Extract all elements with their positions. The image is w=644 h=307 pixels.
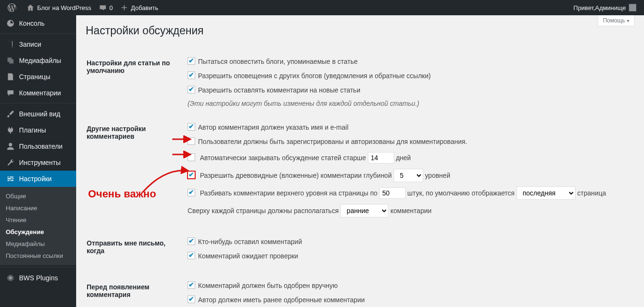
admin-sidebar: Консоль Записи Медиафайлы Страницы Комме… [0,15,76,307]
menu-label: Инструменты [19,159,60,166]
comment-icon [99,4,107,11]
input-per-page[interactable] [379,187,406,199]
menu-appearance[interactable]: Внешний вид [0,106,76,122]
default-note: (Эти настройки могут быть изменены для к… [188,100,629,107]
content-wrap: Помощь Настройки обсуждения Настройки дл… [76,15,644,307]
section-email-label: Отправить мне письмо, когда [87,230,182,273]
opt-threaded: Разрешить древовидные (вложенные) коммен… [188,169,629,182]
opt-email-new-comment[interactable]: Кто-нибудь оставил комментарий [188,237,629,247]
section-other-label: Другие настройки комментариев [87,115,182,229]
menu-dashboard[interactable]: Консоль [0,15,76,31]
checkbox-whitelist[interactable] [188,296,195,303]
avatar [629,4,636,11]
submenu-reading[interactable]: Чтение [0,214,76,226]
admin-bar: Блог на WordPress 0 Добавить Привет, Адм… [0,0,644,15]
menu-label: Записи [19,41,41,48]
plugin-icon [6,126,15,134]
svg-point-0 [9,143,12,146]
opt-require-name[interactable]: Автор комментария должен указать имя и e… [188,123,629,133]
comments-link[interactable]: 0 [95,0,117,15]
opt-ping-status[interactable]: Разрешить оповещения с других блогов (ув… [188,71,629,81]
checkbox-email-moderation[interactable] [188,252,195,259]
opt-approve-manual[interactable]: Комментарий должен быть одобрен вручную [188,281,629,291]
checkbox-pingback[interactable] [188,57,195,65]
menu-settings[interactable]: Настройки [0,171,76,187]
menu-media[interactable]: Медиафайлы [0,52,76,69]
submenu-discussion[interactable]: Обсуждение [0,226,76,238]
checkbox-paginate[interactable] [188,189,195,196]
select-thread-depth[interactable]: 5 [394,169,423,182]
checkbox-threaded[interactable] [188,171,195,179]
menu-comments[interactable]: Комментарии [0,85,76,101]
help-tab[interactable]: Помощь [598,15,634,26]
select-default-page[interactable]: последняя [516,186,575,200]
page-icon [6,72,15,81]
comments-icon [6,89,15,97]
pin-icon [6,40,15,49]
home-icon [27,4,34,11]
checkbox-ping-status[interactable] [188,72,195,79]
comments-count: 0 [109,4,113,11]
user-display-name: Админище [595,4,626,11]
add-new-label: Добавить [131,4,158,11]
input-close-days[interactable] [368,152,394,164]
opt-auto-close: Автоматически закрывать обсуждение стате… [188,151,629,164]
checkbox-auto-close[interactable] [188,154,195,161]
submenu-media[interactable]: Медиафайлы [0,238,76,250]
opt-paginate: Разбивать комментарии верхнего уровня на… [188,186,629,200]
menu-bws-plugins[interactable]: BWS Plugins [0,270,76,286]
checkbox-require-name[interactable] [188,123,195,131]
opt-pingback[interactable]: Пытаться оповестить блоги, упоминаемые в… [188,57,629,67]
my-account[interactable]: Привет, Админище [570,0,640,15]
plus-icon [120,4,128,11]
page-title: Настройки обсуждения [86,20,634,49]
menu-pages[interactable]: Страницы [0,69,76,85]
section-default-label: Настройки для статьи по умолчанию [87,50,182,114]
menu-label: Консоль [19,20,45,27]
submenu-writing[interactable]: Написание [0,202,76,214]
submenu-general[interactable]: Общие [0,190,76,202]
menu-label: Внешний вид [19,110,60,118]
media-icon [6,56,15,65]
checkbox-registration[interactable] [188,137,195,145]
menu-label: Настройки [19,175,52,183]
wp-logo[interactable] [4,0,23,15]
gear-icon [6,274,15,282]
menu-label: Медиафайлы [19,57,61,64]
submenu-permalinks[interactable]: Постоянные ссылки [0,250,76,262]
wordpress-icon [8,3,16,12]
section-before-label: Перед появлением комментария [87,274,182,307]
opt-whitelist[interactable]: Автор должен иметь ранее одобренные комм… [188,295,629,305]
menu-posts[interactable]: Записи [0,36,76,52]
checkbox-email-new[interactable] [188,237,195,245]
opt-comment-status[interactable]: Разрешить оставлять комментарии на новые… [188,85,629,95]
checkbox-comment-status[interactable] [188,86,195,93]
add-new-link[interactable]: Добавить [117,0,162,15]
menu-label: Страницы [19,73,50,81]
menu-plugins[interactable]: Плагины [0,122,76,138]
brush-icon [6,110,15,118]
opt-comment-order: Сверху каждой страницы должны располагат… [188,204,629,217]
menu-label: Плагины [19,126,46,134]
opt-registration-required[interactable]: Пользователи должны быть зарегистрирован… [188,137,629,147]
settings-submenu: Общие Написание Чтение Обсуждение Медиаф… [0,187,76,265]
select-comment-order[interactable]: ранние [340,204,388,217]
menu-label: BWS Plugins [19,274,58,282]
wrench-icon [6,158,15,167]
dashboard-icon [6,19,15,28]
opt-email-moderation[interactable]: Комментарий ожидает проверки [188,251,629,261]
site-title: Блог на WordPress [37,4,91,11]
user-icon [6,142,15,151]
menu-label: Комментарии [19,89,61,97]
menu-label: Пользователи [19,143,62,150]
checkbox-approve[interactable] [188,281,195,289]
site-name-link[interactable]: Блог на WordPress [23,0,95,15]
menu-tools[interactable]: Инструменты [0,154,76,171]
settings-form-table: Настройки для статьи по умолчанию Пытать… [86,49,634,307]
howdy-prefix: Привет, [574,4,595,11]
sliders-icon [6,174,15,183]
menu-users[interactable]: Пользователи [0,138,76,154]
